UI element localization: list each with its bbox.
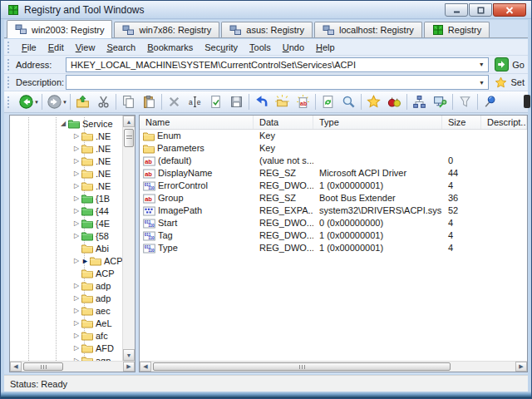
expander-icon[interactable]: ▷ xyxy=(71,167,81,180)
tree-item-afc[interactable]: ▷afc xyxy=(10,329,122,342)
menu-item-file[interactable]: File xyxy=(16,41,42,54)
tree-item-ael[interactable]: ▷AeL xyxy=(10,317,122,329)
tree-item-afd[interactable]: ▷AFD xyxy=(10,342,122,354)
tab-asus-registry[interactable]: asus: Registry xyxy=(221,22,313,37)
table-row-imagepath[interactable]: ImagePathREG_EXPA...system32\DRIVERS\ACP… xyxy=(140,204,527,217)
tree-item-abi[interactable]: Abi xyxy=(10,242,122,254)
expander-icon[interactable]: ▷ xyxy=(71,130,81,142)
pin-button[interactable] xyxy=(480,92,500,112)
scroll-right-button[interactable]: ▶ xyxy=(515,362,527,372)
chevron-down-icon[interactable]: ▼ xyxy=(475,59,487,71)
set-button[interactable]: Set xyxy=(495,76,525,89)
tree-item-adp[interactable]: ▷adp xyxy=(10,279,122,292)
menu-item-edit[interactable]: Edit xyxy=(42,41,70,54)
column-header-type[interactable]: Type xyxy=(313,116,442,129)
menu-item-search[interactable]: Search xyxy=(101,41,141,54)
expander-icon[interactable]: ▷ xyxy=(71,304,81,317)
expander-icon[interactable]: ▷ xyxy=(71,329,81,342)
scroll-left-button[interactable]: ◀ xyxy=(140,362,151,372)
table-row-default[interactable]: ab(default)(value not s...0 xyxy=(140,155,527,167)
scroll-down-button[interactable]: ▼ xyxy=(123,349,135,361)
tab-win7x86-registry[interactable]: win7x86: Registry xyxy=(114,22,219,37)
expander-icon[interactable]: ▷ xyxy=(71,254,81,267)
drag-grip[interactable] xyxy=(7,59,12,71)
favorites-button[interactable] xyxy=(363,92,384,112)
scroll-right-button[interactable]: ▶ xyxy=(123,362,135,372)
undo-button[interactable] xyxy=(251,92,272,112)
expander-icon[interactable]: ▷ xyxy=(71,217,81,229)
table-row-displayname[interactable]: abDisplayNameREG_SZMicrosoft ACPI Driver… xyxy=(140,167,527,180)
tab-localhost-registry[interactable]: localhost: Registry xyxy=(314,22,422,37)
save-button[interactable] xyxy=(226,92,247,112)
list-horizontal-scrollbar[interactable]: ◀ ▶ xyxy=(140,361,527,372)
chevron-down-icon[interactable]: ▼ xyxy=(475,76,487,88)
expander-icon[interactable]: ▷ xyxy=(71,204,81,217)
expander-icon[interactable]: ▷ xyxy=(71,292,81,304)
expander-icon[interactable]: ◢ xyxy=(58,117,68,130)
tree-item-acp[interactable]: ▷►ACP xyxy=(10,254,122,267)
connect-button[interactable] xyxy=(409,92,430,112)
filter-button[interactable] xyxy=(455,92,475,112)
tree-item-aec[interactable]: ▷aec xyxy=(10,304,122,317)
expander-icon[interactable]: ▷ xyxy=(71,142,81,155)
tree-item-ne[interactable]: ▷.NE xyxy=(10,130,122,142)
expander-icon[interactable]: ▷ xyxy=(71,317,81,329)
tree-item-service[interactable]: ◢Service xyxy=(10,117,122,130)
column-header-name[interactable]: Name xyxy=(140,116,254,129)
description-combobox[interactable]: ▼ xyxy=(66,75,489,90)
tree-horizontal-scrollbar[interactable]: ◀ ▶ xyxy=(10,361,135,372)
tab-registry[interactable]: Registry xyxy=(424,22,490,37)
tree-item-1b[interactable]: ▷{1B xyxy=(10,192,122,204)
tree-item-agp[interactable]: ▷agp xyxy=(10,354,122,361)
table-row-enum[interactable]: EnumKey xyxy=(140,130,527,142)
menu-item-help[interactable]: Help xyxy=(310,41,341,54)
expander-icon[interactable]: ▷ xyxy=(71,279,81,292)
up-button[interactable] xyxy=(72,92,93,112)
compare-button[interactable] xyxy=(384,92,405,112)
refresh-button[interactable] xyxy=(318,92,338,112)
scroll-left-button[interactable]: ◀ xyxy=(10,362,22,372)
cut-button[interactable] xyxy=(93,92,114,112)
close-button[interactable] xyxy=(493,3,526,17)
table-row-errorcontrol[interactable]: 011110ErrorControlREG_DWO...1 (0x0000000… xyxy=(140,180,527,192)
chevron-down-icon[interactable]: ▼ xyxy=(62,100,68,105)
tree-item-ne[interactable]: ▷.NE xyxy=(10,180,122,192)
scroll-thumb[interactable] xyxy=(23,362,63,371)
menu-item-bookmarks[interactable]: Bookmarks xyxy=(141,41,199,54)
rename-button[interactable]: ae xyxy=(185,92,205,112)
expander-icon[interactable]: ▷ xyxy=(71,155,81,167)
scroll-thumb[interactable] xyxy=(124,129,134,147)
chevron-down-icon[interactable]: ▼ xyxy=(34,100,40,105)
tree-item-ne[interactable]: ▷.NE xyxy=(10,142,122,155)
expander-icon[interactable]: ▷ xyxy=(71,354,81,361)
column-header-descript[interactable]: Descript... xyxy=(481,116,527,129)
menu-item-view[interactable]: View xyxy=(70,41,101,54)
scroll-thumb[interactable] xyxy=(153,362,451,371)
maximize-button[interactable] xyxy=(469,3,492,17)
new-key-button[interactable] xyxy=(272,92,293,112)
drag-grip[interactable] xyxy=(7,96,12,108)
tree-item-adp[interactable]: ▷adp xyxy=(10,292,122,304)
table-row-group[interactable]: abGroupREG_SZBoot Bus Extender36 xyxy=(140,192,527,204)
tree-item-acp[interactable]: ACP xyxy=(10,267,122,279)
copy-button[interactable] xyxy=(118,92,139,112)
scroll-up-button[interactable]: ▲ xyxy=(123,116,135,127)
find-button[interactable] xyxy=(338,92,359,112)
tab-win2003-registry[interactable]: win2003: Registry xyxy=(7,20,112,38)
apply-button[interactable] xyxy=(205,92,226,112)
toolbar-overflow-button[interactable] xyxy=(524,95,530,108)
minimize-button[interactable] xyxy=(445,3,468,17)
tree-item-44[interactable]: ▷{44 xyxy=(10,204,122,217)
tree-vertical-scrollbar[interactable]: ▲ ▼ xyxy=(122,116,135,361)
security-button[interactable] xyxy=(430,92,451,112)
drag-grip[interactable] xyxy=(7,42,12,53)
expander-icon[interactable]: ▷ xyxy=(71,180,81,192)
drag-grip[interactable] xyxy=(7,76,12,88)
table-row-tag[interactable]: 011110TagREG_DWO...1 (0x00000001)4 xyxy=(140,229,527,242)
expander-icon[interactable]: ▷ xyxy=(71,192,81,204)
delete-button[interactable] xyxy=(164,92,185,112)
menu-item-undo[interactable]: Undo xyxy=(277,41,310,54)
table-row-parameters[interactable]: ParametersKey xyxy=(140,142,527,155)
table-row-start[interactable]: 011110StartREG_DWO...0 (0x00000000)4 xyxy=(140,217,527,229)
paste-button[interactable] xyxy=(139,92,160,112)
